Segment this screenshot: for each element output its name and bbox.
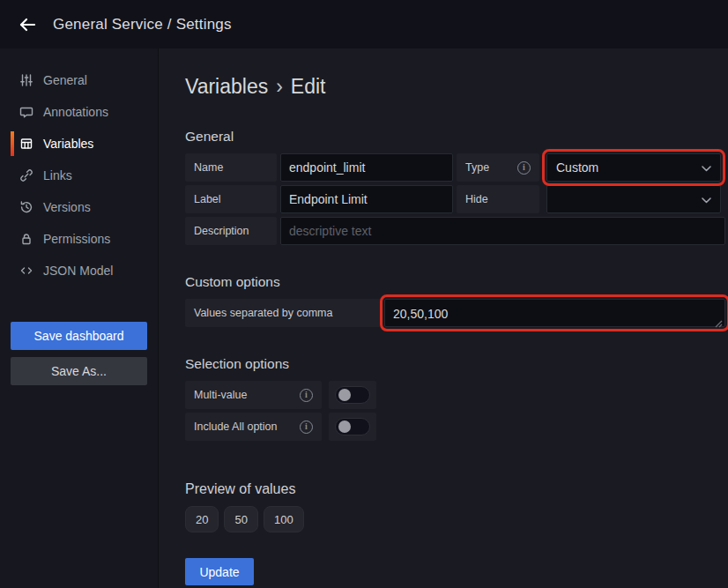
- sidebar-item-label: Variables: [43, 137, 93, 151]
- selection-options-heading: Selection options: [185, 356, 725, 372]
- preview-values: 20 50 100: [185, 506, 725, 532]
- hide-select[interactable]: [546, 185, 721, 213]
- switch-off-icon: [335, 418, 370, 435]
- preview-chip: 20: [185, 506, 219, 532]
- sidebar-item-links[interactable]: Links: [0, 160, 158, 191]
- sliders-icon: [19, 73, 33, 87]
- app-window: General Service / Settings General Annot…: [0, 0, 728, 588]
- preview-heading: Preview of values: [185, 481, 725, 497]
- multi-value-toggle[interactable]: [329, 381, 376, 409]
- main-content: Variables›Edit General Name Type Custom: [159, 48, 728, 588]
- label-input[interactable]: [280, 185, 453, 213]
- preview-chip: 50: [224, 506, 257, 532]
- sidebar-item-general[interactable]: General: [0, 64, 158, 96]
- sidebar-item-versions[interactable]: Versions: [0, 191, 158, 223]
- switch-off-icon: [335, 386, 370, 404]
- settings-sidebar: General Annotations Variables Links: [0, 48, 159, 588]
- link-icon: [19, 168, 33, 182]
- save-dashboard-button[interactable]: Save dashboard: [11, 322, 147, 350]
- sidebar-item-label: Versions: [43, 200, 91, 214]
- description-input[interactable]: [280, 217, 725, 245]
- sidebar-item-label: Annotations: [43, 105, 108, 119]
- include-all-row: Include All option: [185, 413, 725, 441]
- info-icon: [300, 389, 313, 402]
- description-label: Description: [185, 217, 277, 245]
- resize-handle-icon[interactable]: [714, 316, 723, 324]
- custom-options-heading: Custom options: [185, 274, 725, 290]
- multi-value-label: Multi-value: [185, 381, 322, 409]
- general-section-heading: General: [185, 129, 725, 145]
- breadcrumb-page: Edit: [291, 75, 326, 98]
- arrow-left-icon: [18, 15, 37, 34]
- name-type-row: Name Type Custom: [185, 153, 725, 182]
- type-select[interactable]: Custom: [546, 153, 721, 182]
- sidebar-item-label: Links: [43, 168, 72, 182]
- breadcrumb-separator: ›: [276, 75, 283, 98]
- sidebar-item-label: Permissions: [43, 232, 110, 246]
- sidebar-item-annotations[interactable]: Annotations: [0, 96, 158, 128]
- sidebar-item-json-model[interactable]: JSON Model: [0, 255, 158, 287]
- sidebar-item-label: General: [43, 73, 87, 87]
- values-label: Values separated by comma: [185, 299, 381, 327]
- history-icon: [19, 200, 33, 214]
- breadcrumb-section: Variables: [185, 75, 268, 98]
- multi-value-row: Multi-value: [185, 381, 725, 409]
- sidebar-item-variables[interactable]: Variables: [0, 128, 158, 160]
- include-all-label: Include All option: [185, 413, 322, 441]
- values-textarea[interactable]: [384, 299, 725, 327]
- sidebar-item-label: JSON Model: [43, 264, 113, 278]
- code-icon: [19, 264, 33, 278]
- name-input[interactable]: [280, 153, 453, 182]
- name-label: Name: [185, 153, 277, 182]
- label-label: Label: [185, 185, 277, 213]
- info-icon: [300, 421, 313, 434]
- update-button[interactable]: Update: [185, 558, 254, 585]
- chevron-down-icon: [702, 192, 711, 206]
- description-row: Description: [185, 217, 725, 245]
- type-label: Type: [457, 153, 539, 182]
- values-row: Values separated by comma: [185, 299, 725, 327]
- save-as-button[interactable]: Save As...: [11, 357, 147, 385]
- values-input-highlight: [384, 299, 725, 327]
- page-title: General Service / Settings: [53, 16, 232, 33]
- include-all-toggle[interactable]: [329, 413, 376, 441]
- sidebar-item-permissions[interactable]: Permissions: [0, 223, 158, 255]
- table-icon: [19, 137, 33, 151]
- info-icon: [517, 161, 531, 175]
- lock-icon: [19, 232, 33, 246]
- comment-icon: [19, 105, 33, 119]
- preview-chip: 100: [264, 506, 304, 532]
- label-hide-row: Label Hide: [185, 185, 725, 213]
- breadcrumb: Variables›Edit: [185, 75, 725, 99]
- back-button[interactable]: [12, 10, 42, 40]
- chevron-down-icon: [702, 160, 711, 175]
- type-select-highlight: Custom: [546, 153, 721, 182]
- hide-label: Hide: [457, 185, 539, 213]
- top-header: General Service / Settings: [0, 0, 728, 48]
